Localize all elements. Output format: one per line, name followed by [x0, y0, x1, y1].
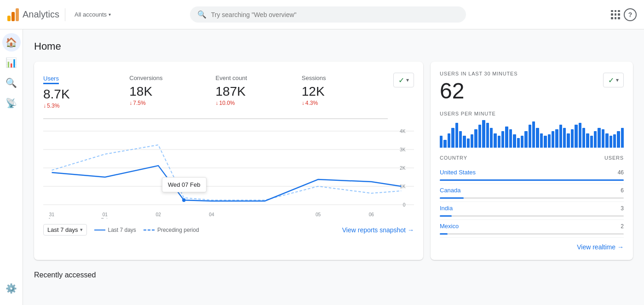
sidebar-item-advertising[interactable]: 📡	[2, 94, 21, 112]
compare-button[interactable]: ✓ ▾	[393, 73, 414, 87]
users-label: Users	[43, 75, 59, 84]
sidebar-item-explore[interactable]: 🔍	[2, 74, 21, 92]
bar-chart-bar	[455, 123, 458, 148]
country-value: 3	[621, 205, 624, 212]
realtime-title: USERS IN LAST 30 MINUTES	[440, 71, 518, 76]
bar-chart-bar	[532, 121, 535, 148]
country-name[interactable]: Mexico	[440, 223, 459, 230]
legend-solid-label: Last 7 days	[108, 227, 136, 233]
conversions-label: Conversions	[129, 75, 208, 81]
users-arrow-icon: ↓	[43, 103, 46, 109]
svg-text:Feb: Feb	[101, 217, 109, 219]
bar-chart-bar	[605, 133, 608, 148]
bar-chart-bar	[471, 134, 473, 148]
bar-chart-bar	[544, 136, 546, 148]
realtime-footer: View realtime →	[440, 243, 624, 251]
metric-sessions[interactable]: Sessions 12K ↓ 4.3%	[302, 71, 388, 113]
logo-bar-3	[16, 8, 19, 21]
per-minute-bar-chart	[440, 120, 624, 148]
country-table: United States 46 Canada 6 India 3 Mexico…	[440, 166, 624, 238]
bar-chart-bar	[482, 120, 485, 148]
event-count-change: ↓ 10.0%	[216, 100, 294, 106]
country-name[interactable]: United States	[440, 169, 476, 176]
search-icon: 🔍	[197, 10, 207, 19]
metric-conversions[interactable]: Conversions 18K ↓ 7.5%	[129, 71, 215, 113]
account-selector[interactable]: All accounts ▾	[71, 9, 115, 20]
legend-dashed-item: Preceding period	[144, 227, 199, 233]
bar-chart-icon: 📊	[6, 57, 17, 68]
country-bar-container	[440, 215, 624, 217]
country-name[interactable]: India	[440, 205, 453, 212]
metric-users[interactable]: Users 8.7K ↓ 5.3%	[43, 71, 129, 113]
metrics-row: Users 8.7K ↓ 5.3% Conversions 18K ↓	[43, 71, 388, 119]
country-column-header[interactable]: COUNTRY	[440, 155, 467, 161]
chart-svg: 4K 3K 2K 1K 0 31 Jan	[43, 127, 414, 219]
logo-area: Analytics	[7, 8, 65, 21]
event-count-arrow-icon: ↓	[216, 100, 218, 106]
bar-chart-bar	[486, 123, 489, 148]
rt-check-icon: ✓	[608, 76, 614, 85]
bar-chart-bar	[440, 136, 443, 148]
country-row: India 3	[440, 202, 624, 220]
check-circle-icon: ✓	[398, 76, 404, 85]
recently-accessed-title: Recently accessed	[34, 271, 633, 279]
sessions-change: ↓ 4.3%	[302, 100, 380, 106]
users-change: ↓ 5.3%	[43, 103, 122, 109]
svg-text:3K: 3K	[400, 147, 405, 152]
dashed-line-icon	[144, 230, 155, 230]
bar-chart-bar	[602, 129, 604, 148]
account-chevron-icon: ▾	[109, 12, 111, 17]
solid-line-icon	[94, 230, 105, 230]
view-reports-label: View reports snapshot	[342, 226, 406, 234]
search-input[interactable]	[211, 11, 459, 18]
bar-chart-bar	[443, 140, 446, 148]
country-bar-fill	[440, 179, 624, 181]
arrow-right-icon: →	[408, 226, 414, 234]
country-table-header: COUNTRY USERS	[440, 155, 624, 162]
svg-text:2K: 2K	[400, 165, 405, 171]
svg-text:06: 06	[369, 212, 374, 217]
country-bar-fill	[440, 197, 464, 199]
country-bar-container	[440, 197, 624, 199]
sidebar-item-reports[interactable]: 📊	[2, 53, 21, 72]
bar-chart-bar	[524, 131, 527, 148]
help-button[interactable]: ?	[624, 8, 637, 21]
bar-chart-bar	[517, 138, 520, 148]
page-title: Home	[34, 40, 633, 52]
realtime-compare-button[interactable]: ✓ ▾	[603, 73, 624, 87]
per-minute-label: USERS PER MINUTE	[440, 111, 624, 116]
bar-chart-bar	[582, 128, 585, 148]
search-bar[interactable]: 🔍	[190, 6, 466, 23]
compare-chevron-icon: ▾	[406, 77, 409, 83]
view-realtime-label: View realtime	[577, 243, 615, 251]
view-realtime-link[interactable]: View realtime →	[577, 243, 624, 251]
event-count-value: 187K	[216, 84, 294, 99]
sidebar-item-home[interactable]: 🏠	[2, 33, 21, 52]
chart-footer: Last 7 days ▾ Last 7 days Preceding peri…	[43, 224, 414, 236]
users-column-header[interactable]: USERS	[604, 155, 624, 161]
bar-chart-bar	[498, 136, 500, 148]
view-reports-snapshot-link[interactable]: View reports snapshot →	[342, 226, 414, 234]
bar-chart-bar	[559, 125, 562, 148]
period-selector[interactable]: Last 7 days ▾	[43, 224, 87, 236]
country-name[interactable]: Canada	[440, 187, 461, 194]
view-realtime-arrow-icon: →	[617, 243, 624, 251]
bar-chart-bar	[505, 127, 508, 148]
bar-chart-bar	[467, 138, 470, 148]
period-label: Last 7 days	[47, 226, 78, 233]
bar-chart-bar	[579, 123, 581, 148]
country-bar-fill	[440, 233, 448, 235]
bar-chart-bar	[575, 125, 577, 148]
bar-chart-bar	[509, 129, 512, 148]
sessions-value: 12K	[302, 84, 380, 99]
metric-event-count[interactable]: Event count 187K ↓ 10.0%	[216, 71, 302, 113]
apps-grid-icon[interactable]	[611, 10, 620, 19]
sidebar-item-settings[interactable]: ⚙️	[2, 279, 21, 298]
legend-dashed-label: Preceding period	[157, 227, 199, 233]
sidebar: 🏠 📊 🔍 📡 ⚙️	[0, 29, 23, 305]
home-icon: 🏠	[6, 37, 17, 48]
bar-chart-bar	[613, 134, 616, 148]
bar-chart-bar	[571, 129, 574, 148]
event-count-label: Event count	[216, 75, 294, 81]
advertising-icon: 📡	[6, 98, 17, 109]
